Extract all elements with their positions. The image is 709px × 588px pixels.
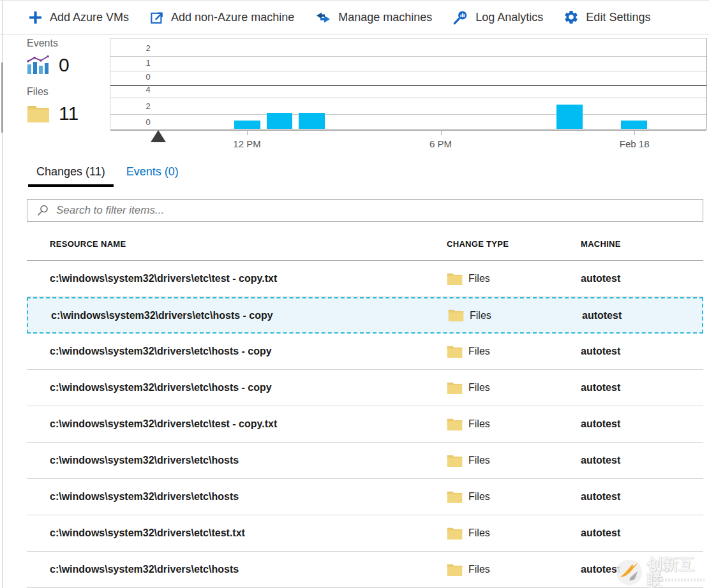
toolbar-label: Add non-Azure machine [171, 11, 294, 24]
resource-name-cell: c:\windows\system32\drivers\etc\hosts - … [50, 382, 447, 393]
table-row[interactable]: c:\windows\system32\drivers\etc\hosts - … [27, 334, 703, 370]
table-row[interactable]: c:\windows\system32\drivers\etc\test - c… [27, 261, 703, 297]
y-axis-tick-label: 4 [138, 85, 158, 94]
manage-machines-button[interactable]: Manage machines [315, 10, 432, 25]
resource-name-cell: c:\windows\system32\drivers\etc\hosts [50, 491, 447, 503]
resource-name-cell: c:\windows\system32\drivers\etc\test - c… [50, 418, 447, 430]
folder-icon [447, 454, 463, 467]
tab-bar: Changes (11) Events (0) [28, 163, 187, 187]
files-change-bar[interactable] [267, 113, 292, 129]
machine-cell: autotest [581, 418, 703, 430]
folder-icon [448, 309, 464, 322]
y-axis-tick-label: 2 [138, 101, 158, 111]
x-axis-tick-mark [441, 129, 442, 135]
tab-changes[interactable]: Changes (11) [28, 163, 114, 187]
table-row[interactable]: c:\windows\system32\drivers\etc\hosts Fi… [27, 479, 703, 515]
add-azure-vms-button[interactable]: Add Azure VMs [28, 10, 129, 25]
folder-icon [27, 105, 50, 123]
log-analytics-button[interactable]: Log Analytics [452, 10, 543, 26]
files-stat-label: Files [27, 86, 110, 98]
folder-icon [447, 418, 463, 431]
change-timeline-chart[interactable]: 210420 [110, 38, 707, 129]
toolbar-label: Manage machines [338, 11, 432, 24]
table-row[interactable]: c:\windows\system32\drivers\etc\test.txt… [27, 515, 703, 552]
change-type-cell: Files [447, 454, 581, 467]
table-row[interactable]: c:\windows\system32\drivers\etc\hosts Fi… [27, 443, 703, 479]
table-row[interactable]: c:\windows\system32\drivers\etc\hosts - … [27, 370, 703, 406]
table-row[interactable]: c:\windows\system32\drivers\etc\hosts Fi… [27, 552, 703, 588]
folder-icon [447, 563, 463, 577]
files-change-bar[interactable] [234, 121, 260, 129]
change-type-label: Files [468, 382, 490, 393]
folder-icon [447, 272, 463, 286]
changes-table: RESOURCE NAME CHANGE TYPE MACHINE c:\win… [27, 227, 703, 588]
files-change-bar[interactable] [621, 121, 646, 129]
change-type-cell: Files [447, 272, 581, 286]
change-type-label: Files [468, 564, 490, 575]
x-axis-tick-mark [634, 129, 635, 135]
change-type-label: Files [468, 455, 490, 466]
change-type-cell: Files [448, 309, 582, 322]
toolbar-label: Add Azure VMs [50, 11, 129, 24]
chart-gridline [110, 71, 706, 71]
y-axis-tick-label: 2 [138, 43, 158, 53]
change-type-label: Files [468, 527, 490, 539]
machine-cell: autotest [581, 273, 703, 284]
resource-name-cell: c:\windows\system32\drivers\etc\hosts [50, 455, 447, 466]
change-type-label: Files [468, 491, 490, 503]
machine-cell: autotest [582, 310, 702, 321]
chart-gridline [110, 56, 706, 57]
change-type-cell: Files [447, 563, 581, 577]
add-non-azure-machine-button[interactable]: Add non-Azure machine [149, 10, 294, 25]
y-axis-tick-label: 0 [138, 117, 158, 127]
folder-icon [447, 345, 463, 358]
left-scrollbar[interactable] [1, 62, 3, 133]
search-input[interactable] [55, 203, 696, 217]
y-axis-tick-label: 1 [138, 58, 158, 68]
machines-arrows-icon [315, 10, 331, 25]
command-bar: Add Azure VMs Add non-Azure machine Mana… [0, 1, 709, 34]
x-axis-tick-label: Feb 18 [620, 138, 650, 149]
machine-cell: autotest [581, 491, 703, 503]
edit-settings-button[interactable]: Edit Settings [563, 10, 650, 25]
toolbar-label: Log Analytics [475, 11, 543, 24]
folder-icon [447, 490, 463, 504]
table-row[interactable]: c:\windows\system32\drivers\etc\hosts - … [27, 297, 703, 334]
table-row[interactable]: c:\windows\system32\drivers\etc\test - c… [27, 406, 703, 443]
chart-time-axis: 12 PM6 PMFeb 18 [110, 129, 707, 154]
files-change-bar[interactable] [299, 113, 324, 129]
x-axis-tick-label: 6 PM [429, 138, 452, 149]
table-body: c:\windows\system32\drivers\etc\test - c… [27, 261, 703, 588]
filter-search-box [27, 199, 703, 222]
files-change-bar[interactable] [556, 105, 582, 129]
open-in-new-icon [149, 10, 164, 25]
tab-events[interactable]: Events (0) [118, 163, 187, 187]
resource-name-cell: c:\windows\system32\drivers\etc\test - c… [50, 273, 447, 284]
x-axis-tick-label: 12 PM [233, 138, 260, 149]
folder-icon [447, 527, 463, 540]
machine-cell: autotest [581, 455, 703, 466]
machine-cell: autotest [581, 382, 703, 393]
change-type-label: Files [470, 310, 491, 321]
files-stat[interactable]: 11 [27, 103, 110, 124]
column-resource-name: RESOURCE NAME [50, 239, 447, 249]
folder-icon [447, 381, 463, 395]
machine-cell: autotest [581, 527, 703, 539]
chart-gridline [110, 98, 706, 98]
change-type-cell: Files [447, 345, 581, 358]
machine-cell: autotest [581, 346, 703, 357]
events-chart-icon [27, 55, 50, 75]
y-axis-tick-label: 0 [138, 72, 158, 82]
column-machine: MACHINE [581, 239, 703, 249]
search-icon [36, 204, 49, 217]
analytics-magnifier-icon [452, 10, 468, 26]
timeline-position-marker[interactable] [151, 130, 166, 142]
resource-name-cell: c:\windows\system32\drivers\etc\hosts - … [50, 346, 447, 357]
gear-icon [563, 10, 579, 25]
change-type-label: Files [468, 273, 490, 284]
events-stat[interactable]: 0 [27, 54, 110, 76]
events-count: 0 [59, 54, 70, 76]
resource-name-cell: c:\windows\system32\drivers\etc\test.txt [50, 527, 447, 539]
toolbar-label: Edit Settings [586, 11, 650, 24]
change-type-cell: Files [447, 418, 581, 431]
